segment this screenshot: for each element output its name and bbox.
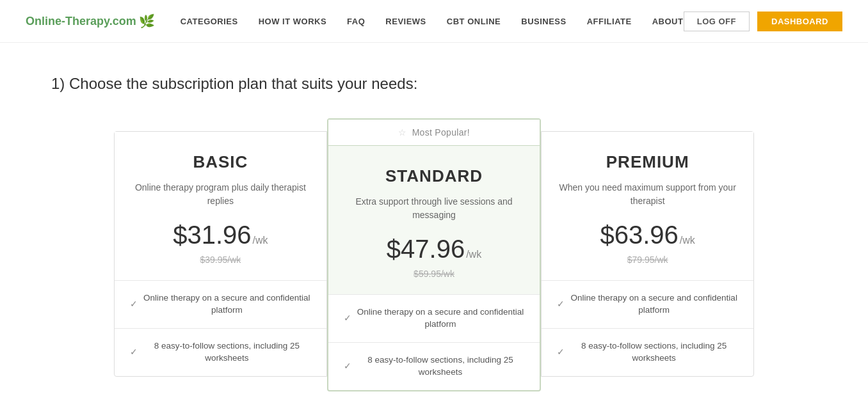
nav-about[interactable]: ABOUT xyxy=(652,17,684,26)
plan-standard: ☆ Most Popular! STANDARD Extra support t… xyxy=(327,118,542,391)
premium-price: $63.96 /wk xyxy=(554,221,741,249)
checkmark-icon: ✓ xyxy=(130,298,138,311)
premium-feature-1: ✓ Online therapy on a secure and confide… xyxy=(542,280,753,328)
standard-price: $47.96 /wk xyxy=(341,235,527,264)
basic-features: ✓ Online therapy on a secure and confide… xyxy=(115,280,326,376)
logo[interactable]: Online-Therapy.com 🌿 xyxy=(26,13,155,29)
nav-actions: LOG OFF DASHBOARD xyxy=(684,12,842,31)
standard-feature-1-text: Online therapy on a secure and confident… xyxy=(357,306,525,331)
nav-how-it-works[interactable]: HOW IT WORKS xyxy=(259,17,326,26)
standard-feature-1: ✓ Online therapy on a secure and confide… xyxy=(328,294,540,342)
premium-features: ✓ Online therapy on a secure and confide… xyxy=(542,280,753,376)
plan-premium: PREMIUM When you need maximum support fr… xyxy=(541,131,754,377)
basic-feature-1: ✓ Online therapy on a secure and confide… xyxy=(115,280,326,328)
premium-feature-1-text: Online therapy on a secure and confident… xyxy=(570,292,738,317)
premium-header: PREMIUM When you need maximum support fr… xyxy=(542,132,753,280)
main-content: 1) Choose the subscription plan that sui… xyxy=(0,43,868,410)
nav-faq[interactable]: FAQ xyxy=(347,17,365,26)
most-popular-label: Most Popular! xyxy=(412,127,470,138)
star-icon: ☆ xyxy=(398,127,406,138)
section-title: 1) Choose the subscription plan that sui… xyxy=(51,75,817,93)
navbar: Online-Therapy.com 🌿 CATEGORIES HOW IT W… xyxy=(0,0,868,43)
checkmark-icon: ✓ xyxy=(344,312,351,325)
standard-title: STANDARD xyxy=(341,166,527,186)
nav-reviews[interactable]: REVIEWS xyxy=(385,17,426,26)
premium-price-unit: /wk xyxy=(680,235,695,246)
dashboard-button[interactable]: DASHBOARD xyxy=(757,12,842,31)
standard-price-amount: $47.96 xyxy=(387,235,465,264)
nav-links: CATEGORIES HOW IT WORKS FAQ REVIEWS CBT … xyxy=(181,17,684,26)
basic-header: BASIC Online therapy program plus daily … xyxy=(115,132,326,280)
standard-original-price: $59.95/wk xyxy=(341,269,527,279)
basic-original-price: $39.95/wk xyxy=(127,255,314,265)
basic-feature-1-text: Online therapy on a secure and confident… xyxy=(143,292,311,317)
nav-business[interactable]: BUSINESS xyxy=(521,17,566,26)
nav-categories[interactable]: CATEGORIES xyxy=(181,17,238,26)
standard-features: ✓ Online therapy on a secure and confide… xyxy=(328,294,540,390)
checkmark-icon: ✓ xyxy=(130,346,138,359)
premium-title: PREMIUM xyxy=(554,152,741,172)
checkmark-icon: ✓ xyxy=(344,360,351,373)
checkmark-icon: ✓ xyxy=(557,298,565,311)
basic-feature-2-text: 8 easy-to-follow sections, including 25 … xyxy=(143,340,311,365)
logo-leaf-icon: 🌿 xyxy=(139,13,155,29)
basic-feature-2: ✓ 8 easy-to-follow sections, including 2… xyxy=(115,328,326,376)
premium-feature-2-text: 8 easy-to-follow sections, including 25 … xyxy=(570,340,738,365)
standard-feature-2-text: 8 easy-to-follow sections, including 25 … xyxy=(357,354,525,379)
basic-price-amount: $31.96 xyxy=(173,221,251,249)
standard-feature-2: ✓ 8 easy-to-follow sections, including 2… xyxy=(328,342,540,390)
logo-text: Online-Therapy.com xyxy=(26,15,136,28)
nav-affiliate[interactable]: AFFILIATE xyxy=(587,17,632,26)
plan-basic: BASIC Online therapy program plus daily … xyxy=(114,131,327,377)
premium-price-amount: $63.96 xyxy=(600,221,679,249)
basic-title: BASIC xyxy=(127,152,314,172)
basic-price: $31.96 /wk xyxy=(127,221,314,249)
nav-cbt-online[interactable]: CBT ONLINE xyxy=(447,17,501,26)
standard-header: STANDARD Extra support through live sess… xyxy=(328,146,540,294)
standard-price-unit: /wk xyxy=(466,249,481,260)
checkmark-icon: ✓ xyxy=(557,346,565,359)
premium-feature-2: ✓ 8 easy-to-follow sections, including 2… xyxy=(542,328,753,376)
basic-price-unit: /wk xyxy=(253,235,268,246)
standard-description: Extra support through live sessions and … xyxy=(341,195,527,222)
most-popular-bar: ☆ Most Popular! xyxy=(328,120,540,146)
premium-original-price: $79.95/wk xyxy=(554,255,741,265)
logoff-button[interactable]: LOG OFF xyxy=(684,12,750,31)
premium-description: When you need maximum support from your … xyxy=(554,181,741,208)
pricing-cards: BASIC Online therapy program plus daily … xyxy=(114,118,754,391)
basic-description: Online therapy program plus daily therap… xyxy=(127,181,314,208)
